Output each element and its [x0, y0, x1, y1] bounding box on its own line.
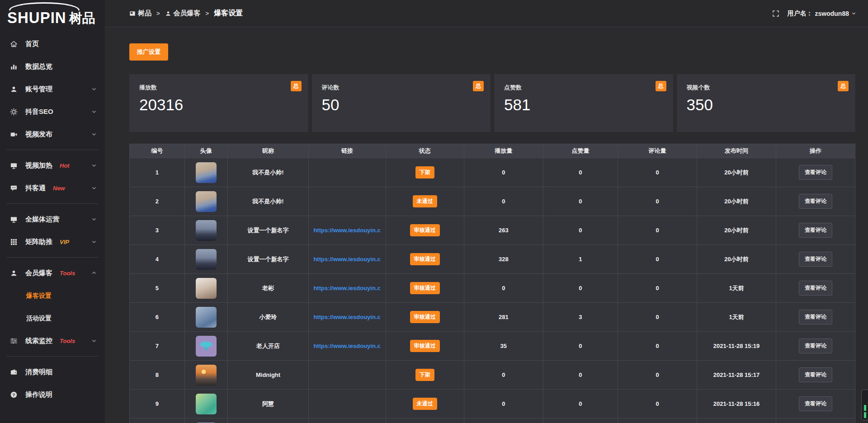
- sidebar-item-7[interactable]: 抖客通New: [0, 177, 105, 199]
- profile-link[interactable]: https://www.iesdouyin.c: [311, 314, 383, 320]
- row-id-cell: 7: [130, 332, 185, 361]
- user-menu[interactable]: 用户名：zswodun88: [788, 9, 856, 18]
- view-comments-button[interactable]: 查看评论: [799, 252, 832, 267]
- nickname-cell: [227, 418, 309, 423]
- comments-cell: 0: [618, 158, 697, 187]
- sidebar-item-label: 抖客通: [25, 184, 46, 193]
- sidebar-item-0[interactable]: 首页: [0, 33, 105, 55]
- profile-link[interactable]: https://www.iesdouyin.c: [311, 343, 383, 349]
- top-bar: 树品>会员爆客>爆客设置 用户名：zswodun88: [105, 0, 868, 27]
- breadcrumb-label: 会员爆客: [174, 9, 201, 18]
- fullscreen-icon[interactable]: [772, 10, 779, 17]
- plays-cell: 35: [464, 332, 543, 361]
- row-id-cell: 6: [130, 303, 185, 332]
- nickname-cell: 老人开店: [227, 332, 309, 361]
- avatar: [196, 336, 217, 357]
- view-comments-button[interactable]: 查看评论: [799, 165, 832, 180]
- breadcrumb-item-2[interactable]: 爆客设置: [214, 9, 243, 18]
- stat-card-total-badge: 总: [838, 81, 849, 91]
- profile-link[interactable]: https://www.iesdouyin.c: [311, 227, 383, 234]
- stats-cards: 播放数20316总评论数50总点赞数581总视频个数350总: [129, 74, 855, 132]
- status-badge: 审核通过: [410, 282, 440, 294]
- promotion-settings-button[interactable]: 推广设置: [129, 43, 168, 61]
- stat-card-1: 评论数50总: [312, 74, 491, 132]
- sidebar-item-label: 数据总览: [25, 62, 52, 71]
- avatar: [196, 162, 217, 183]
- sidebar-divider: [6, 150, 99, 150]
- column-header: 编号: [130, 144, 185, 158]
- column-header: 播放量: [464, 144, 543, 158]
- breadcrumb-separator: >: [206, 10, 209, 17]
- view-comments-button[interactable]: 查看评论: [799, 338, 832, 353]
- view-comments-button[interactable]: 查看评论: [799, 223, 832, 238]
- sidebar-item-label: 视频发布: [25, 130, 52, 139]
- view-comments-button[interactable]: 查看评论: [799, 281, 832, 296]
- view-comments-button[interactable]: 查看评论: [799, 194, 832, 209]
- status-cell: 下架: [386, 361, 464, 390]
- link-cell: https://www.iesdouyin.c: [309, 216, 386, 245]
- sidebar-item-13[interactable]: 线索监控Tools: [0, 329, 105, 352]
- avatar-cell: [184, 187, 227, 216]
- avatar-cell: [184, 361, 227, 390]
- comments-cell: 0: [618, 187, 697, 216]
- svg-text:?: ?: [13, 392, 15, 397]
- question-icon: ?: [10, 391, 19, 399]
- floating-widget[interactable]: [861, 390, 868, 420]
- row-id-cell: 9: [130, 390, 185, 418]
- sidebar-subitem-12-0[interactable]: 爆客设置: [0, 284, 105, 307]
- action-cell: 查看评论: [776, 332, 855, 361]
- column-header: 点赞量: [543, 144, 618, 158]
- username-value: zswodun88: [815, 10, 849, 17]
- stat-card-value: 50: [322, 96, 481, 114]
- sidebar-subitem-12-1[interactable]: 活动设置: [0, 307, 105, 329]
- sidebar-item-label: 视频加热: [25, 161, 52, 170]
- likes-cell: 0: [543, 187, 618, 216]
- sidebar-item-label: 会员爆客: [25, 269, 52, 277]
- plays-cell: 0: [464, 158, 543, 187]
- stat-card-label: 播放数: [139, 84, 298, 92]
- time-cell: [697, 418, 776, 423]
- sidebar-item-2[interactable]: 账号管理: [0, 78, 105, 100]
- sidebar-item-12[interactable]: 会员爆客Tools: [0, 262, 105, 284]
- chat-icon: [10, 184, 19, 192]
- sidebar-item-9[interactable]: 全媒体运营: [0, 208, 105, 230]
- view-comments-button[interactable]: 查看评论: [799, 367, 832, 382]
- likes-cell: 0: [543, 216, 618, 245]
- time-cell: 20小时前: [697, 245, 776, 274]
- sidebar-item-1[interactable]: 数据总览: [0, 55, 105, 78]
- user-icon: [10, 269, 19, 277]
- sidebar-item-3[interactable]: 抖音SEO: [0, 100, 105, 123]
- action-cell: 查看评论: [776, 187, 855, 216]
- sidebar-submenu: 爆客设置活动设置: [0, 284, 105, 329]
- nickname-cell: 设置一个新名字: [227, 245, 309, 274]
- likes-cell: 0: [543, 361, 618, 390]
- sidebar-item-15[interactable]: 消费明细: [0, 361, 105, 383]
- profile-link[interactable]: https://www.iesdouyin.c: [311, 285, 383, 291]
- chevron-down-icon: [91, 163, 97, 168]
- view-comments-button[interactable]: 查看评论: [799, 310, 832, 324]
- avatar-cell: [184, 245, 227, 274]
- profile-link[interactable]: https://www.iesdouyin.c: [311, 256, 383, 263]
- avatar-cell: [184, 303, 227, 332]
- likes-cell: 0: [543, 274, 618, 303]
- avatar: [196, 394, 217, 414]
- sidebar-item-4[interactable]: 视频发布: [0, 123, 105, 146]
- breadcrumb-item-1[interactable]: 会员爆客: [165, 9, 201, 18]
- breadcrumb-item-0[interactable]: 树品: [129, 9, 151, 18]
- sidebar-item-16[interactable]: ?操作说明: [0, 383, 105, 406]
- view-comments-button[interactable]: 查看评论: [799, 396, 832, 411]
- sidebar-item-10[interactable]: 矩阵助推VIP: [0, 230, 105, 253]
- table-row: 3设置一个新名字https://www.iesdouyin.c审核通过26300…: [130, 216, 855, 245]
- row-id-cell: 1: [130, 158, 185, 187]
- stat-card-3: 视频个数350总: [677, 74, 856, 132]
- breadcrumb-label: 树品: [138, 9, 151, 18]
- comments-cell: 0: [618, 332, 697, 361]
- status-badge: 审核通过: [410, 224, 440, 236]
- column-header: 评论量: [618, 144, 697, 158]
- user-icon: [10, 85, 19, 93]
- gear-icon: [10, 108, 19, 116]
- plays-cell: [464, 418, 543, 423]
- link-cell: https://www.iesdouyin.c: [309, 303, 386, 332]
- sidebar-item-6[interactable]: 视频加热Hot: [0, 154, 105, 177]
- table-row: [130, 418, 855, 423]
